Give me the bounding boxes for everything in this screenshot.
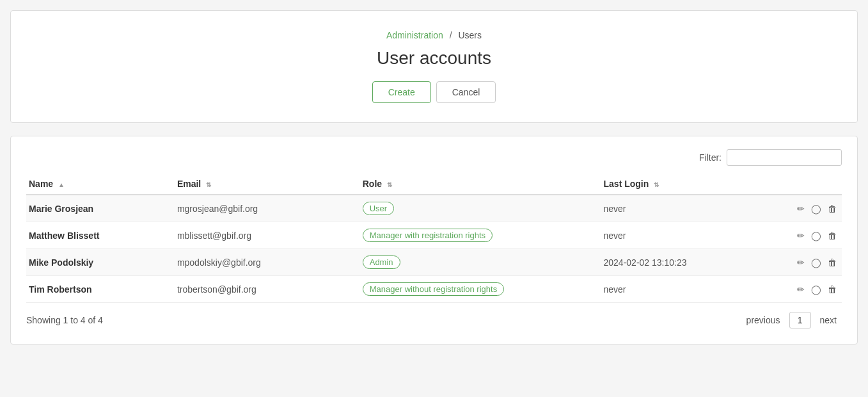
- cell-role: Manager without registration rights: [360, 276, 601, 303]
- col-name-sort-icon: ▲: [58, 181, 65, 188]
- cell-last-login: never: [601, 195, 768, 222]
- action-buttons: Create Cancel: [26, 81, 842, 103]
- page-title: User accounts: [26, 48, 842, 69]
- delete-icon[interactable]: 🗑: [828, 204, 837, 214]
- cancel-button[interactable]: Cancel: [436, 81, 496, 103]
- create-button[interactable]: Create: [372, 81, 431, 103]
- table-header: Name ▲ Email ⇅ Role ⇅ Last Login ⇅: [26, 174, 842, 195]
- col-name[interactable]: Name ▲: [26, 174, 175, 195]
- cell-name: Marie Grosjean: [26, 195, 175, 222]
- cell-actions: ✏ ◯ 🗑: [768, 222, 842, 249]
- filter-input[interactable]: [727, 149, 842, 166]
- history-icon[interactable]: ◯: [811, 284, 821, 295]
- cell-actions: ✏ ◯ 🗑: [768, 249, 842, 276]
- col-role-label: Role: [363, 179, 382, 189]
- cell-email: trobertson@gbif.org: [175, 276, 360, 303]
- pagination-controls: previous 1 next: [741, 312, 842, 328]
- breadcrumb-separator: /: [450, 30, 452, 40]
- col-role-sort-icon: ⇅: [387, 181, 392, 188]
- cell-name: Tim Robertson: [26, 276, 175, 303]
- breadcrumb: Administration / Users: [26, 30, 842, 40]
- col-last-login[interactable]: Last Login ⇅: [601, 174, 768, 195]
- next-button[interactable]: next: [815, 312, 842, 328]
- cell-last-login: never: [601, 276, 768, 303]
- history-icon[interactable]: ◯: [811, 257, 821, 268]
- role-badge: Admin: [363, 255, 400, 269]
- table-row: Matthew Blissettmblissett@gbif.orgManage…: [26, 222, 842, 249]
- col-role[interactable]: Role ⇅: [360, 174, 601, 195]
- cell-name: Mike Podolskiy: [26, 249, 175, 276]
- edit-icon[interactable]: ✏: [797, 257, 805, 268]
- col-last-login-label: Last Login: [604, 179, 649, 189]
- edit-icon[interactable]: ✏: [797, 204, 805, 214]
- table-card: Filter: Name ▲ Email ⇅ Role ⇅ Last Login: [10, 136, 858, 344]
- role-badge: Manager with registration rights: [363, 229, 493, 242]
- current-page: 1: [789, 312, 811, 328]
- filter-row: Filter:: [26, 149, 842, 166]
- cell-actions: ✏ ◯ 🗑: [768, 276, 842, 303]
- history-icon[interactable]: ◯: [811, 231, 821, 241]
- table-row: Tim Robertsontrobertson@gbif.orgManager …: [26, 276, 842, 303]
- col-email-sort-icon: ⇅: [206, 181, 211, 188]
- delete-icon[interactable]: 🗑: [828, 284, 837, 295]
- col-email[interactable]: Email ⇅: [175, 174, 360, 195]
- role-badge: Manager without registration rights: [363, 282, 504, 296]
- edit-icon[interactable]: ✏: [797, 231, 805, 241]
- filter-label: Filter:: [699, 152, 722, 163]
- cell-name: Matthew Blissett: [26, 222, 175, 249]
- col-last-login-sort-icon: ⇅: [654, 181, 659, 188]
- breadcrumb-administration-link[interactable]: Administration: [386, 30, 443, 40]
- cell-last-login: 2024-02-02 13:10:23: [601, 249, 768, 276]
- delete-icon[interactable]: 🗑: [828, 231, 837, 241]
- users-table: Name ▲ Email ⇅ Role ⇅ Last Login ⇅ Ma: [26, 174, 842, 303]
- cell-role: User: [360, 195, 601, 222]
- cell-last-login: never: [601, 222, 768, 249]
- table-row: Marie Grosjeanmgrosjean@gbif.orgUserneve…: [26, 195, 842, 222]
- col-email-label: Email: [177, 179, 201, 189]
- cell-email: mgrosjean@gbif.org: [175, 195, 360, 222]
- cell-email: mpodolskiy@gbif.org: [175, 249, 360, 276]
- cell-actions: ✏ ◯ 🗑: [768, 195, 842, 222]
- edit-icon[interactable]: ✏: [797, 284, 805, 295]
- delete-icon[interactable]: 🗑: [828, 257, 837, 268]
- cell-email: mblissett@gbif.org: [175, 222, 360, 249]
- cell-role: Admin: [360, 249, 601, 276]
- showing-text: Showing 1 to 4 of 4: [26, 315, 103, 325]
- role-badge: User: [363, 202, 394, 215]
- previous-button[interactable]: previous: [741, 312, 785, 328]
- pagination-row: Showing 1 to 4 of 4 previous 1 next: [26, 312, 842, 328]
- cell-role: Manager with registration rights: [360, 222, 601, 249]
- col-name-label: Name: [29, 179, 53, 189]
- col-actions: [768, 174, 842, 195]
- history-icon[interactable]: ◯: [811, 204, 821, 214]
- breadcrumb-current: Users: [458, 30, 482, 40]
- header-card: Administration / Users User accounts Cre…: [10, 10, 858, 123]
- table-row: Mike Podolskiympodolskiy@gbif.orgAdmin20…: [26, 249, 842, 276]
- table-body: Marie Grosjeanmgrosjean@gbif.orgUserneve…: [26, 195, 842, 303]
